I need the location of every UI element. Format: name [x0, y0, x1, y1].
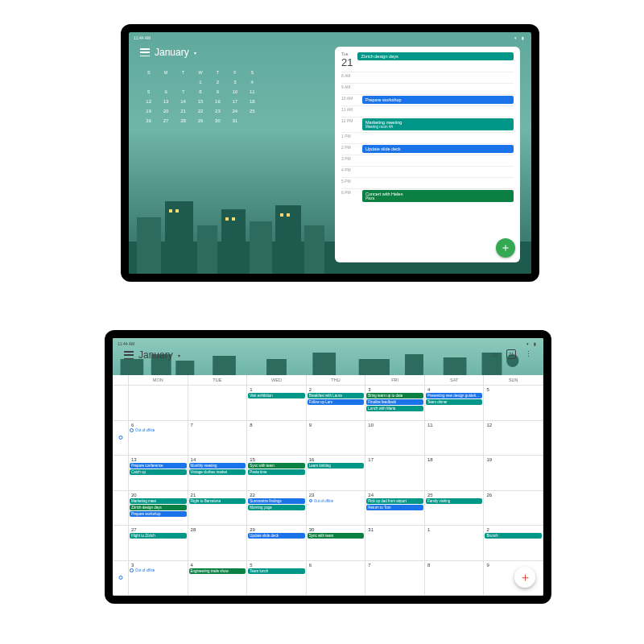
day-cell[interactable]: 24Pick up dad from airportReturn to Tom [365, 491, 425, 526]
day-cell[interactable]: 7 [188, 421, 248, 456]
day-cell[interactable]: 10 [365, 421, 425, 456]
day-cell[interactable] [129, 386, 188, 420]
day-cell[interactable]: 12 [484, 421, 543, 456]
day-cell[interactable]: 9 [307, 421, 366, 456]
mini-day[interactable]: 5 [140, 87, 157, 97]
mini-day[interactable]: 23 [209, 106, 226, 116]
day-cell[interactable]: 3Bring team up to dateFinalize feedbackL… [365, 386, 425, 420]
mini-day[interactable]: 20 [157, 106, 174, 116]
month-grid[interactable]: MONTUEWEDTHUFRISATSUN1Visit exhibition2B… [113, 375, 543, 596]
today-chip[interactable]: 21 [506, 349, 516, 359]
day-cell[interactable]: 5 [484, 386, 543, 420]
mini-day[interactable]: 13 [157, 97, 174, 106]
mini-day[interactable]: 6 [157, 87, 174, 97]
mini-day[interactable]: 25 [244, 106, 261, 116]
mini-day[interactable]: 3 [226, 77, 243, 87]
month-event[interactable]: Team lunch [248, 568, 305, 574]
agenda-slot[interactable]: 11 AM [341, 105, 514, 117]
day-cell[interactable]: 26 [484, 491, 543, 526]
mini-day[interactable]: 29 [192, 116, 208, 126]
day-cell[interactable]: 5Team lunch [247, 561, 307, 596]
day-cell[interactable]: 28 [188, 526, 248, 560]
mini-day[interactable]: 16 [209, 97, 226, 106]
month-event[interactable]: Brunch [485, 533, 542, 539]
fab-create[interactable]: ＋ [514, 567, 535, 588]
month-event[interactable]: Vintage clothes market [189, 469, 246, 475]
month-event[interactable]: Catch up [130, 469, 187, 475]
out-of-office-badge[interactable] [118, 561, 122, 596]
mini-day[interactable]: 26 [140, 116, 157, 126]
out-of-office-label[interactable]: Out of office [130, 568, 187, 572]
mini-day-selected[interactable]: 21 [175, 106, 192, 116]
out-of-office-label[interactable]: Out of office [130, 428, 187, 432]
agenda-slot[interactable]: 1 PM [341, 132, 514, 143]
mini-day[interactable]: 18 [244, 97, 261, 106]
menu-icon[interactable] [140, 48, 150, 56]
agenda-slot[interactable]: 10 AM Prepare workshop [341, 94, 514, 105]
day-cell[interactable]: 13Prepare conferenceCatch up [129, 456, 188, 490]
day-cell[interactable]: 16Learn knitting [307, 456, 366, 490]
month-event[interactable]: Learn knitting [308, 463, 365, 469]
month-event[interactable]: Sync with team [248, 463, 305, 469]
mini-day[interactable]: 19 [140, 106, 157, 116]
month-event[interactable]: Prepare workshop [130, 511, 187, 517]
day-cell[interactable]: 1Visit exhibition [247, 386, 307, 420]
month-event[interactable]: Monthly meeting [189, 463, 246, 469]
day-cell[interactable]: 21Flight to Barcelona [188, 491, 248, 526]
out-of-office-badge[interactable] [118, 421, 122, 456]
agenda-slot[interactable]: 12 PM Marketing meetingMeeting room 4A [341, 117, 514, 132]
mini-day[interactable]: 1 [192, 77, 208, 87]
chevron-down-icon[interactable]: ▾ [178, 353, 180, 358]
overflow-icon[interactable]: ⋮ [524, 350, 532, 358]
month-event[interactable]: Finalize feedback [366, 399, 423, 405]
day-cell[interactable]: 18 [425, 456, 485, 490]
day-cell[interactable]: 20Marketing meetZürich design daysPrepar… [129, 491, 188, 526]
month-event[interactable]: Pasta time [248, 469, 305, 475]
mini-day[interactable] [244, 116, 261, 126]
agenda-slot[interactable]: 2 PM Update slide deck [341, 143, 514, 155]
month-event[interactable]: Presenting new design guidelines [426, 393, 483, 398]
day-cell[interactable]: 2Breakfast with LauraFollow up Lars [307, 386, 366, 420]
month-event[interactable]: Update slide deck [248, 533, 305, 539]
mini-month[interactable]: SMTWTFS123456789101112131415161718192021… [140, 68, 261, 126]
month-event[interactable]: Flight to Barcelona [189, 498, 246, 504]
agenda-slot[interactable]: 3 PM [341, 155, 514, 166]
mini-day[interactable]: 7 [175, 87, 192, 97]
agenda-event[interactable]: Concert with HelenPlaza [362, 190, 514, 202]
mini-day[interactable]: 14 [175, 97, 192, 106]
month-event[interactable]: Zürich design days [130, 505, 187, 510]
month-event[interactable]: Bring team up to date [366, 393, 423, 398]
agenda-slot[interactable]: 9 AM [341, 83, 514, 94]
menu-icon[interactable] [124, 351, 134, 359]
day-cell[interactable]: 30Sync with team [307, 526, 366, 560]
month-event[interactable]: Follow up Lars [308, 399, 365, 405]
month-event[interactable]: Breakfast with Laura [308, 393, 365, 398]
day-cell[interactable]: 19 [484, 456, 543, 490]
day-cell[interactable]: 27Flight to Zürich [129, 526, 188, 560]
day-cell[interactable]: 15Sync with teamPasta time [247, 456, 307, 490]
mini-day[interactable]: 28 [175, 116, 192, 126]
mini-day[interactable]: 2 [209, 77, 226, 87]
day-cell[interactable]: 2Brunch [484, 526, 543, 560]
month-event[interactable]: Return to Tom [366, 505, 423, 510]
agenda-slot[interactable]: 5 PM [341, 177, 514, 188]
day-cell[interactable]: 8 [247, 421, 307, 456]
month-title[interactable]: January [155, 47, 189, 58]
day-cell[interactable]: 3Out of office [129, 561, 188, 596]
month-event[interactable]: Team dinner [426, 399, 483, 405]
month-event[interactable]: Out of office [308, 498, 365, 504]
mini-day[interactable]: 24 [226, 106, 243, 116]
day-cell[interactable]: 25Family visiting [425, 491, 485, 526]
day-cell[interactable]: 4Engineering trade show [188, 561, 248, 596]
agenda-event[interactable]: Prepare workshop [362, 96, 514, 104]
mini-day[interactable]: 4 [244, 77, 261, 87]
day-cell[interactable]: 29Update slide deck [247, 526, 307, 560]
month-event[interactable]: Family visiting [426, 498, 483, 504]
day-cell[interactable]: 11 [425, 421, 485, 456]
day-cell[interactable]: 17 [365, 456, 425, 490]
month-title[interactable]: January [138, 349, 173, 361]
day-cell[interactable]: 23Out of office [307, 491, 366, 526]
month-event[interactable]: Pick up dad from airport [366, 498, 423, 504]
mini-day[interactable] [140, 77, 157, 87]
day-cell[interactable]: 6Out of office [129, 421, 188, 456]
